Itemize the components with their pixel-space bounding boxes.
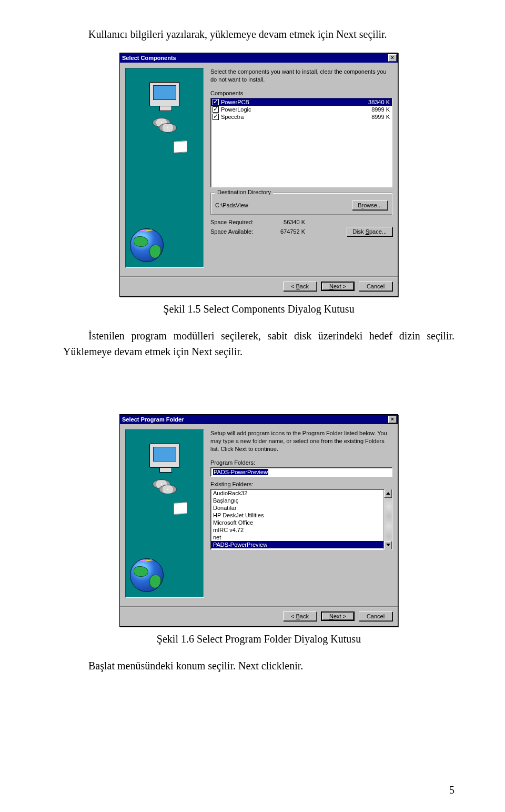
- monitor-icon: [149, 82, 180, 106]
- folder-item[interactable]: Başlangıç: [211, 497, 383, 504]
- intro-paragraph: Kullanıcı bilgileri yazılarak, yüklemeye…: [63, 26, 454, 42]
- existing-folders-label: Existing Folders:: [210, 481, 392, 487]
- dialog-title: Select Program Folder: [122, 416, 388, 423]
- browse-button[interactable]: Browse...: [352, 201, 388, 210]
- outro-paragraph: Başlat menüsündeki konum seçilir. Next c…: [63, 658, 454, 674]
- disk-space-button[interactable]: Disk Space...: [347, 227, 392, 236]
- next-button[interactable]: Next >: [321, 282, 355, 291]
- paper-icon: [174, 502, 187, 515]
- folder-item[interactable]: HP DeskJet Utilities: [211, 512, 383, 519]
- page-number: 5: [449, 784, 454, 796]
- space-available-value: 674752 K: [268, 228, 310, 235]
- next-button[interactable]: Next >: [321, 611, 355, 621]
- middle-paragraph: İstenilen program modülleri seçilerek, s…: [63, 328, 454, 359]
- scroll-track[interactable]: [384, 498, 392, 541]
- space-required-label: Space Required:: [210, 219, 268, 225]
- space-available-label: Space Available:: [210, 228, 268, 235]
- scrollbar[interactable]: [383, 489, 392, 549]
- component-size: 8999 K: [368, 114, 390, 120]
- instruction-text: Select the components you want to instal…: [210, 68, 392, 84]
- checkbox-icon[interactable]: [213, 114, 219, 120]
- separator: [120, 606, 398, 607]
- program-folder-input[interactable]: PADS-PowerPreview: [210, 467, 392, 477]
- dialog-select-components-wrap: Select Components ×: [63, 53, 454, 297]
- titlebar[interactable]: Select Program Folder ×: [120, 415, 398, 424]
- component-row-powerpcb[interactable]: PowerPCB 38340 K: [211, 98, 392, 106]
- globe-icon: [130, 228, 164, 262]
- program-folders-label: Program Folders:: [210, 459, 392, 466]
- dialog-select-components: Select Components ×: [119, 53, 398, 297]
- existing-folders-list[interactable]: AudioRack32 Başlangıç Donatılar HP DeskJ…: [210, 489, 392, 550]
- component-name: Specctra: [221, 114, 368, 120]
- scroll-down-button[interactable]: [384, 541, 392, 549]
- program-folder-value: PADS-PowerPreview: [213, 469, 268, 475]
- folder-item-selected[interactable]: PADS-PowerPreview: [211, 541, 383, 548]
- back-button[interactable]: < Back: [283, 611, 317, 621]
- wizard-sidebar: [125, 429, 204, 598]
- checkbox-icon[interactable]: [213, 99, 219, 105]
- close-button[interactable]: ×: [388, 416, 397, 423]
- figure-1-6-caption: Şekil 1.6 Select Program Folder Diyalog …: [63, 633, 454, 645]
- paper-icon: [174, 141, 187, 153]
- component-size: 38340 K: [365, 99, 390, 105]
- globe-icon: [130, 558, 164, 592]
- folder-item[interactable]: Microsoft Office: [211, 519, 383, 526]
- wizard-sidebar: [125, 68, 204, 268]
- components-label: Components: [210, 90, 392, 96]
- chevron-up-icon: [386, 492, 390, 495]
- dialog-select-program-folder: Select Program Folder ×: [119, 414, 398, 627]
- folder-item[interactable]: mIRC v4.72: [211, 526, 383, 534]
- cd-discs-icon: [153, 118, 177, 136]
- component-row-specctra[interactable]: Specctra 8999 K: [211, 113, 392, 121]
- close-button[interactable]: ×: [388, 54, 397, 62]
- checkbox-icon[interactable]: [213, 106, 219, 113]
- scroll-up-button[interactable]: [384, 489, 392, 498]
- cancel-button[interactable]: Cancel: [359, 611, 392, 621]
- separator: [120, 276, 398, 277]
- space-required-value: 56340 K: [268, 219, 310, 225]
- titlebar[interactable]: Select Components ×: [120, 53, 398, 63]
- component-name: PowerLogic: [221, 106, 368, 113]
- folder-item[interactable]: net: [211, 534, 383, 541]
- folder-item[interactable]: AudioRack32: [211, 489, 383, 497]
- component-size: 8999 K: [368, 106, 390, 113]
- folder-item[interactable]: Donatılar: [211, 504, 383, 512]
- instruction-text: Setup will add program icons to the Prog…: [210, 429, 392, 453]
- back-button[interactable]: < Back: [283, 282, 317, 291]
- figure-1-5-caption: Şekil 1.5 Select Components Diyalog Kutu…: [63, 303, 454, 315]
- cd-discs-icon: [153, 479, 177, 497]
- dialog-select-program-folder-wrap: Select Program Folder ×: [63, 414, 454, 627]
- component-row-powerlogic[interactable]: PowerLogic 8999 K: [211, 106, 392, 113]
- destination-groupbox: Destination Directory C:\PadsView Browse…: [210, 193, 392, 215]
- components-listbox[interactable]: PowerPCB 38340 K PowerLogic 8999 K Specc…: [210, 98, 392, 187]
- groupbox-title: Destination Directory: [215, 189, 273, 195]
- chevron-down-icon: [386, 544, 390, 546]
- monitor-icon: [149, 444, 180, 468]
- component-name: PowerPCB: [221, 99, 365, 105]
- cancel-button[interactable]: Cancel: [359, 282, 392, 291]
- dialog-title: Select Components: [122, 55, 388, 61]
- destination-path: C:\PadsView: [215, 202, 352, 208]
